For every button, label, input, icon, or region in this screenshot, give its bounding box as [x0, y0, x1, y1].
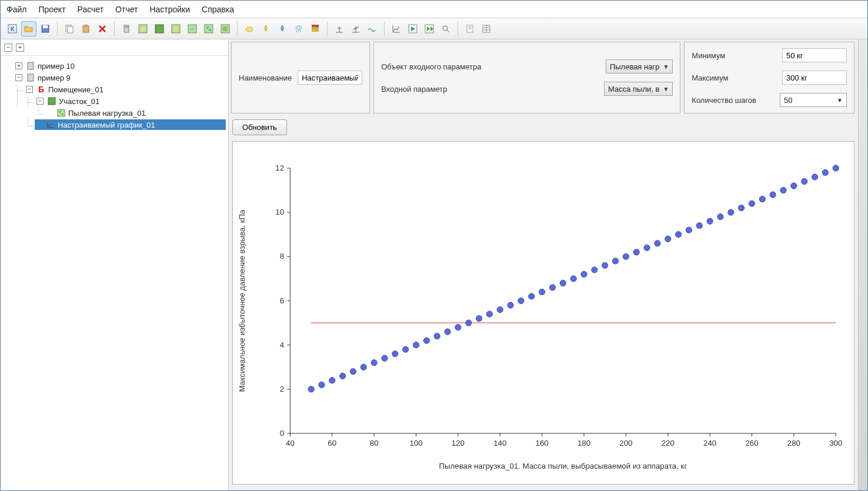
svg-point-110 — [497, 306, 503, 312]
tb-building-icon[interactable] — [119, 21, 134, 36]
svg-point-113 — [529, 293, 535, 299]
obj-select[interactable]: Пылевая нагр▼ — [606, 59, 673, 74]
svg-point-46 — [62, 113, 64, 115]
tree-node-primer10[interactable]: + пример 10 — [14, 61, 226, 71]
svg-rect-28 — [312, 27, 319, 29]
svg-point-120 — [602, 262, 608, 268]
svg-line-33 — [447, 30, 449, 32]
svg-text:4: 4 — [280, 340, 285, 349]
tb-linechart-icon[interactable] — [389, 21, 404, 36]
update-button[interactable]: Обновить — [232, 119, 287, 135]
min-input[interactable] — [782, 48, 847, 62]
menu-file[interactable]: Файл — [6, 5, 26, 14]
tb-paste-icon[interactable] — [78, 21, 94, 36]
menu-help[interactable]: Справка — [202, 5, 234, 14]
tb-map5-icon[interactable] — [201, 21, 216, 36]
tb-map3-icon[interactable] — [168, 21, 183, 36]
menu-project[interactable]: Проект — [38, 5, 65, 14]
svg-point-102 — [413, 342, 419, 348]
tb-wave-icon[interactable] — [365, 21, 380, 36]
tree-node-area[interactable]: − Участок_01 — [35, 96, 226, 106]
tree-node-room[interactable]: − Б Помещение_01 — [24, 84, 226, 95]
project-tree[interactable]: + пример 10 − пример 9 − — [1, 56, 228, 490]
svg-text:10: 10 — [275, 208, 284, 216]
tb-scale1-icon[interactable] — [332, 21, 347, 36]
svg-rect-42 — [28, 74, 34, 81]
scrollbar[interactable] — [858, 39, 867, 490]
svg-point-127 — [675, 232, 681, 238]
svg-text:300: 300 — [829, 439, 842, 447]
tb-map6-icon[interactable] — [218, 21, 233, 36]
tree-expand-all-icon[interactable]: + — [16, 44, 24, 52]
svg-text:Максимальное избыточное давлен: Максимальное избыточное давление взрыва,… — [238, 209, 247, 392]
menu-report[interactable]: Отчет — [115, 5, 138, 14]
svg-point-126 — [665, 236, 671, 242]
svg-point-107 — [466, 320, 472, 326]
svg-rect-29 — [312, 25, 319, 27]
param-select[interactable]: Масса пыли, в▼ — [604, 82, 673, 96]
svg-point-133 — [739, 205, 745, 211]
svg-point-22 — [246, 27, 253, 32]
tb-map2-icon[interactable] — [152, 21, 167, 36]
tb-doc-icon[interactable] — [462, 21, 478, 36]
svg-text:160: 160 — [536, 439, 549, 447]
max-label: Максимум — [692, 74, 728, 82]
svg-text:2: 2 — [280, 385, 284, 393]
tb-scale2-icon[interactable] — [348, 21, 363, 36]
steps-select[interactable]: 50▼ — [780, 93, 847, 107]
max-input[interactable] — [782, 71, 847, 85]
svg-rect-27 — [312, 29, 319, 32]
svg-point-112 — [518, 298, 524, 303]
svg-rect-7 — [84, 25, 88, 26]
svg-point-96 — [350, 369, 356, 375]
svg-text:12: 12 — [275, 163, 284, 172]
svg-point-140 — [812, 174, 817, 180]
svg-point-118 — [581, 271, 587, 277]
tb-map4-icon[interactable] — [185, 21, 200, 36]
chevron-down-icon: ▼ — [663, 64, 669, 70]
tb-table-icon[interactable] — [479, 21, 494, 36]
svg-text:К: К — [11, 25, 15, 32]
tb-cloud1-icon[interactable] — [242, 21, 257, 36]
svg-point-109 — [486, 311, 492, 317]
tb-drop2-icon[interactable] — [275, 21, 290, 36]
tb-copy-icon[interactable] — [62, 21, 77, 36]
svg-text:6: 6 — [280, 296, 284, 305]
svg-point-93 — [319, 382, 325, 388]
tb-save-icon[interactable] — [38, 21, 53, 36]
menu-calc[interactable]: Расчет — [78, 5, 104, 14]
svg-point-116 — [560, 280, 566, 286]
area-icon — [47, 96, 56, 106]
menu-settings[interactable]: Настройки — [149, 5, 190, 14]
tb-rain-icon[interactable] — [291, 21, 306, 36]
svg-point-128 — [686, 227, 692, 233]
svg-point-141 — [822, 169, 828, 175]
svg-point-94 — [329, 378, 335, 383]
tree-toolbar: − + — [1, 39, 228, 56]
tb-delete-icon[interactable] — [95, 21, 110, 36]
svg-point-18 — [206, 26, 209, 29]
svg-point-125 — [655, 241, 660, 246]
svg-point-130 — [707, 218, 713, 224]
svg-point-122 — [623, 253, 629, 259]
name-input[interactable] — [298, 71, 362, 85]
room-icon: Б — [36, 85, 46, 94]
svg-rect-43 — [48, 98, 55, 105]
tb-open-icon[interactable] — [21, 21, 36, 36]
tb-zoom-icon[interactable] — [438, 21, 453, 36]
svg-text:Пылевая нагрузка_01. Масса пыл: Пылевая нагрузка_01. Масса пыли, выбрасы… — [439, 462, 687, 470]
tb-layers-icon[interactable] — [308, 21, 323, 36]
tree-node-primer9[interactable]: − пример 9 — [14, 72, 226, 83]
tb-drop1-icon[interactable] — [258, 21, 273, 36]
svg-rect-6 — [83, 26, 89, 32]
dust-icon — [56, 108, 66, 118]
tb-play-icon[interactable] — [405, 21, 420, 36]
tb-next-icon[interactable] — [422, 21, 437, 36]
tree-collapse-all-icon[interactable]: − — [4, 44, 12, 52]
svg-point-101 — [403, 346, 409, 352]
svg-point-131 — [717, 214, 723, 220]
tree-node-chart[interactable]: Настраиваемый график_01 — [35, 119, 226, 130]
tb-map1-icon[interactable] — [135, 21, 151, 36]
tree-node-dust[interactable]: Пылевая нагрузка_01 — [45, 108, 226, 118]
tb-logo-icon[interactable]: К — [5, 21, 20, 36]
